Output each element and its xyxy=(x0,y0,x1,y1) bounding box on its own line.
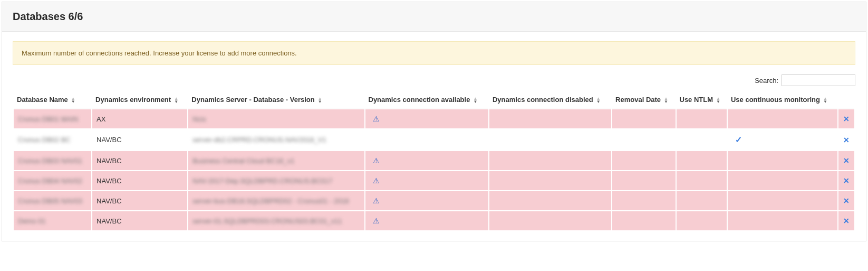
cell-continuous xyxy=(728,151,837,170)
blurred-text: Cronus DB05 NAV03 xyxy=(18,197,82,205)
col-dynamics-server[interactable]: Dynamics Server - Database - Version▲▼ xyxy=(188,91,364,108)
col-use-continuous[interactable]: Use continuous monitoring▲▼ xyxy=(728,91,837,108)
cell-env: NAV/BC xyxy=(92,211,187,230)
col-label: Dynamics connection available xyxy=(369,96,470,104)
cell-conn-available: ⚠ xyxy=(365,109,488,128)
panel-header: Databases 6/6 xyxy=(2,2,866,32)
sort-icon: ▲▼ xyxy=(823,97,827,104)
cell-continuous xyxy=(728,109,837,128)
search-label: Search: xyxy=(755,77,778,85)
sort-icon: ▲▼ xyxy=(716,97,720,104)
blurred-text: server-db2.CRPRD.CRONUS.NAV2018_V1 xyxy=(192,136,326,144)
cell-removal-date xyxy=(612,211,675,230)
warning-icon: ⚠ xyxy=(373,156,380,165)
cell-env: NAV/BC xyxy=(92,171,187,190)
delete-icon[interactable]: ✕ xyxy=(843,115,850,123)
cell-env: NAV/BC xyxy=(92,129,187,150)
cell-server: server-01.SQLDBPRD03.CRONUS03.BC01_v11 xyxy=(188,211,364,230)
cell-conn-disabled xyxy=(489,129,611,150)
delete-icon[interactable]: ✕ xyxy=(843,176,850,185)
page-title: Databases 6/6 xyxy=(13,11,855,23)
col-removal-date[interactable]: Removal Date▲▼ xyxy=(612,91,675,108)
col-label: Use NTLM xyxy=(680,96,713,104)
toolbar: Search: xyxy=(13,72,855,90)
table-row: Cronus DB01 MAINAXNcix⚠✕ xyxy=(14,109,854,128)
col-actions xyxy=(838,91,854,108)
cell-ntlm xyxy=(677,211,727,230)
cell-conn-available xyxy=(365,129,488,150)
table-header-row: Database Name▲▼ Dynamics environment▲▼ D… xyxy=(14,91,854,108)
cell-actions: ✕ xyxy=(838,211,854,230)
sort-icon: ▲▼ xyxy=(596,97,601,104)
cell-continuous xyxy=(728,211,837,230)
blurred-text: Cronus DB04 NAV02 xyxy=(18,177,82,185)
sort-icon: ▲▼ xyxy=(664,97,668,104)
cell-continuous xyxy=(728,191,837,210)
col-label: Dynamics Server - Database - Version xyxy=(191,96,314,104)
cell-ntlm xyxy=(677,129,727,150)
cell-database-name: Demo 01 xyxy=(14,211,91,230)
search-input[interactable] xyxy=(782,74,855,86)
database-link[interactable]: Cronus DB02 BC xyxy=(18,136,71,144)
cell-actions: ✕ xyxy=(838,109,854,128)
sort-icon: ▲▼ xyxy=(473,97,477,104)
cell-actions: ✕ xyxy=(838,191,854,210)
col-label: Dynamics connection disabled xyxy=(493,96,593,104)
cell-ntlm xyxy=(677,191,727,210)
database-link[interactable]: Cronus DB01 MAIN xyxy=(18,115,78,123)
cell-ntlm xyxy=(677,109,727,128)
blurred-text: Demo 01 xyxy=(18,217,46,225)
blurred-text: Ncix xyxy=(192,115,206,123)
cell-actions: ✕ xyxy=(838,171,854,190)
cell-server: NAV-2017-Dep.SQLDBPRD.CRONUS.BC017 xyxy=(188,171,364,190)
cell-server: server-bus-DB18.SQLDBPRD02 - Cronus01 - … xyxy=(188,191,364,210)
col-conn-available[interactable]: Dynamics connection available▲▼ xyxy=(365,91,488,108)
cell-continuous xyxy=(728,171,837,190)
cell-server: Ncix xyxy=(188,109,364,128)
col-database-name[interactable]: Database Name▲▼ xyxy=(14,91,91,108)
blurred-text: Cronus DB02 BC xyxy=(18,136,71,144)
delete-icon[interactable]: ✕ xyxy=(843,217,850,225)
col-label: Dynamics environment xyxy=(95,96,171,104)
cell-actions: ✕ xyxy=(838,151,854,170)
col-dynamics-env[interactable]: Dynamics environment▲▼ xyxy=(92,91,187,108)
cell-database-name: Cronus DB01 MAIN xyxy=(14,109,91,128)
col-label: Removal Date xyxy=(615,96,661,104)
database-link[interactable]: Cronus DB03 NAV01 xyxy=(18,157,82,165)
cell-database-name: Cronus DB03 NAV01 xyxy=(14,151,91,170)
cell-database-name: Cronus DB02 BC xyxy=(14,129,91,150)
blurred-text: server-bus-DB18.SQLDBPRD02 - Cronus01 - … xyxy=(192,197,349,205)
cell-removal-date xyxy=(612,109,675,128)
table-row: Cronus DB04 NAV02NAV/BCNAV-2017-Dep.SQLD… xyxy=(14,171,854,190)
cell-actions: ✕ xyxy=(838,129,854,150)
warning-icon: ⚠ xyxy=(373,197,380,205)
cell-conn-disabled xyxy=(489,151,611,170)
delete-icon[interactable]: ✕ xyxy=(843,136,850,144)
delete-icon[interactable]: ✕ xyxy=(843,197,850,205)
panel-body: Maximum number of connections reached. I… xyxy=(2,32,866,241)
license-alert: Maximum number of connections reached. I… xyxy=(13,41,855,65)
cell-conn-available: ⚠ xyxy=(365,191,488,210)
col-label: Use continuous monitoring xyxy=(731,96,820,104)
cell-conn-disabled xyxy=(489,171,611,190)
blurred-text: Cronus DB03 NAV01 xyxy=(18,157,82,165)
col-conn-disabled[interactable]: Dynamics connection disabled▲▼ xyxy=(489,91,611,108)
col-label: Database Name xyxy=(17,96,68,104)
database-link[interactable]: Demo 01 xyxy=(18,217,46,225)
sort-icon: ▲▼ xyxy=(174,97,178,104)
cell-server: server-db2.CRPRD.CRONUS.NAV2018_V1 xyxy=(188,129,364,150)
cell-removal-date xyxy=(612,191,675,210)
databases-table: Database Name▲▼ Dynamics environment▲▼ D… xyxy=(13,90,855,231)
cell-env: AX xyxy=(92,109,187,128)
database-link[interactable]: Cronus DB05 NAV03 xyxy=(18,197,82,205)
cell-database-name: Cronus DB04 NAV02 xyxy=(14,171,91,190)
cell-conn-available: ⚠ xyxy=(365,151,488,170)
table-row: Cronus DB02 BCNAV/BCserver-db2.CRPRD.CRO… xyxy=(14,129,854,150)
table-row: Demo 01NAV/BCserver-01.SQLDBPRD03.CRONUS… xyxy=(14,211,854,230)
database-link[interactable]: Cronus DB04 NAV02 xyxy=(18,177,82,185)
table-row: Cronus DB05 NAV03NAV/BCserver-bus-DB18.S… xyxy=(14,191,854,210)
col-use-ntlm[interactable]: Use NTLM▲▼ xyxy=(677,91,727,108)
delete-icon[interactable]: ✕ xyxy=(843,156,850,165)
warning-icon: ⚠ xyxy=(373,115,380,123)
blurred-text: Business Central Cloud BC18_v1 xyxy=(192,157,294,165)
